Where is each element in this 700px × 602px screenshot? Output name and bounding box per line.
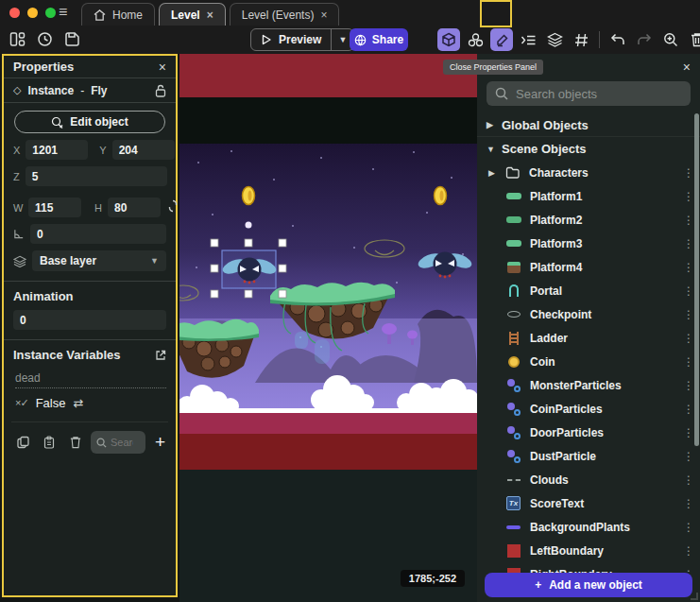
close-properties-icon[interactable]: × (159, 60, 166, 75)
trash-icon[interactable] (686, 28, 700, 51)
item-menu-icon[interactable]: ⋮ (683, 379, 694, 392)
coin-thumbnail-icon (505, 356, 521, 368)
objects-search-input[interactable] (516, 87, 682, 101)
object-item-ladder[interactable]: Ladder ⋮ (477, 326, 700, 350)
maximize-window-button[interactable] (45, 8, 56, 18)
animation-section-title: Animation (13, 289, 74, 303)
variables-search[interactable] (91, 431, 145, 454)
item-menu-icon[interactable]: ⋮ (683, 497, 694, 510)
grid-icon[interactable] (570, 28, 592, 51)
portal-thumbnail-icon (505, 284, 521, 297)
close-objects-panel-icon[interactable]: × (683, 60, 691, 75)
lock-ratio-icon[interactable] (168, 199, 178, 215)
menu-icon[interactable]: ≡ (59, 5, 67, 20)
copy-icon[interactable] (11, 432, 34, 453)
item-menu-icon[interactable]: ⋮ (683, 261, 694, 274)
item-menu-icon[interactable]: ⋮ (683, 473, 694, 487)
add-variable-icon[interactable]: + (155, 432, 165, 453)
angle-input[interactable] (30, 224, 166, 244)
clouds-thumbnail-icon (505, 479, 521, 481)
item-menu-icon[interactable]: ⋮ (683, 355, 694, 369)
object-item-coin[interactable]: Coin ⋮ (477, 350, 700, 373)
variable-value[interactable]: False (36, 396, 66, 410)
panels-layout-icon[interactable] (8, 29, 26, 48)
object-item-platform4[interactable]: Platform4 ⋮ (477, 255, 700, 279)
layer-select[interactable]: Base layer ▼ (32, 250, 166, 271)
object-item-backgroundplants[interactable]: BackgroundPlants ⋮ (477, 515, 700, 539)
object-groups-icon[interactable] (464, 28, 487, 51)
minimize-window-button[interactable] (27, 8, 38, 18)
variable-name[interactable]: dead (15, 371, 166, 388)
app-window: ≡ Home Level × Level (Events) × Preview … (0, 0, 700, 602)
item-menu-icon[interactable]: ⋮ (683, 190, 694, 203)
item-menu-icon[interactable]: ⋮ (683, 214, 694, 227)
object-item-doorparticles[interactable]: DoorParticles ⋮ (477, 421, 700, 444)
item-menu-icon[interactable]: ⋮ (683, 308, 694, 321)
redo-icon[interactable] (633, 28, 656, 51)
tab-level-label: Level (171, 9, 200, 22)
3d-view-icon[interactable] (437, 28, 460, 51)
paste-icon[interactable] (38, 432, 60, 453)
bottom-boundary-band (179, 434, 477, 470)
object-item-platform1[interactable]: Platform1 ⋮ (477, 184, 700, 208)
resize-handle[interactable] (691, 593, 698, 600)
object-item-portal[interactable]: Portal ⋮ (477, 279, 700, 302)
z-input[interactable] (26, 166, 167, 186)
close-window-button[interactable] (9, 8, 20, 18)
layers-icon[interactable] (543, 28, 566, 51)
add-new-object-label: Add a new object (549, 578, 642, 592)
object-item-coinparticles[interactable]: CoinParticles ⋮ (477, 397, 700, 421)
tab-close-icon[interactable]: × (320, 9, 327, 22)
item-menu-icon[interactable]: ⋮ (683, 450, 694, 463)
undo-icon[interactable] (606, 28, 629, 51)
object-item-clouds[interactable]: Clouds ⋮ (477, 468, 700, 491)
instances-list-icon[interactable] (517, 28, 539, 51)
tab-level[interactable]: Level × (159, 3, 226, 26)
objects-search[interactable] (487, 81, 691, 106)
toggle-value-icon[interactable]: ⇄ (73, 396, 83, 410)
object-item-platform3[interactable]: Platform3 ⋮ (477, 232, 700, 255)
item-menu-icon[interactable]: ⋮ (683, 403, 694, 416)
object-item-scoretext[interactable]: Tx ScoreText ⋮ (477, 491, 700, 515)
scene-canvas[interactable]: 1785;-252 (179, 54, 477, 602)
x-input[interactable] (26, 140, 88, 160)
y-input[interactable] (112, 140, 175, 160)
plus-icon: + (535, 578, 541, 592)
preview-button[interactable]: Preview ▼ (250, 28, 354, 51)
object-item-dustparticle[interactable]: DustParticle ⋮ (477, 444, 700, 468)
height-input[interactable] (108, 198, 161, 217)
preview-label: Preview (279, 33, 321, 46)
global-objects-header[interactable]: ▶ Global Objects (477, 113, 700, 137)
tab-close-icon[interactable]: × (207, 9, 213, 22)
object-item-monsterparticles[interactable]: MonsterParticles ⋮ (477, 373, 700, 397)
item-menu-icon[interactable]: ⋮ (683, 332, 694, 345)
delete-variable-icon[interactable] (64, 432, 87, 453)
item-menu-icon[interactable]: ⋮ (683, 521, 694, 534)
open-variables-icon[interactable] (155, 350, 166, 361)
item-menu-icon[interactable]: ⋮ (683, 426, 694, 439)
tab-level-events[interactable]: Level (Events) × (230, 3, 340, 26)
object-item-checkpoint[interactable]: Checkpoint ⋮ (477, 302, 700, 326)
share-button[interactable]: Share (350, 28, 408, 51)
scene-objects-header[interactable]: ▼ Scene Objects (477, 137, 700, 161)
edit-properties-icon[interactable] (490, 28, 513, 51)
object-item-characters[interactable]: ▶ Characters ⋮ (477, 161, 700, 184)
particles-thumbnail-icon (505, 379, 521, 392)
item-menu-icon[interactable]: ⋮ (683, 237, 694, 250)
animation-input[interactable] (13, 310, 166, 330)
item-menu-icon[interactable]: ⋮ (683, 284, 694, 298)
edit-object-button[interactable]: Edit object (14, 111, 165, 133)
add-new-object-button[interactable]: + Add a new object (485, 573, 692, 597)
zoom-in-icon[interactable] (659, 28, 682, 51)
width-input[interactable] (28, 198, 81, 217)
unlock-icon[interactable] (155, 84, 166, 97)
objects-scrollbar[interactable] (694, 113, 699, 446)
item-menu-icon[interactable]: ⋮ (683, 166, 694, 180)
object-item-platform2[interactable]: Platform2 ⋮ (477, 208, 700, 232)
tab-home[interactable]: Home (81, 3, 155, 26)
item-menu-icon[interactable]: ⋮ (683, 544, 694, 558)
variables-search-input[interactable] (111, 437, 133, 448)
save-icon[interactable] (62, 29, 81, 48)
object-item-leftboundary[interactable]: LeftBoundary ⋮ (477, 539, 700, 562)
history-icon[interactable] (35, 29, 54, 48)
